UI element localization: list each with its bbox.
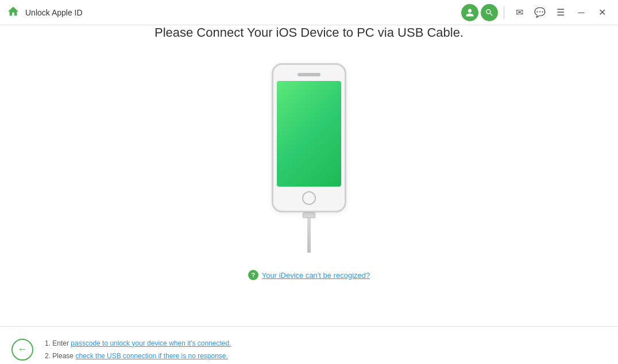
phone-home-button [302,191,316,205]
close-icon[interactable]: ✕ [593,3,611,22]
hint-2-link[interactable]: check the USB connection if there is no … [75,352,227,360]
back-button[interactable]: ← [11,339,33,361]
hint-2: 2. Please check the USB connection if th… [45,351,231,361]
hints-container: 1. Enter passcode to unlock your device … [45,338,231,361]
search-avatar-icon[interactable] [481,4,498,21]
mail-icon[interactable]: ✉ [510,3,528,22]
hint-1-link[interactable]: passcode to unlock your device when it's… [71,339,231,347]
minimize-icon[interactable]: ─ [572,3,590,22]
app-title: Unlock Apple ID [25,8,83,17]
connect-title: Please Connect Your iOS Device to PC via… [154,25,464,40]
main-content: Please Connect Your iOS Device to PC via… [0,25,618,326]
divider [504,6,504,19]
phone-screen [277,81,341,187]
home-icon[interactable] [7,5,20,20]
question-icon: ? [248,270,258,280]
chat-icon[interactable]: 💬 [531,3,549,22]
hint-1: 1. Enter passcode to unlock your device … [45,338,231,348]
phone-illustration [272,63,346,253]
phone-device [272,63,346,212]
cable-line [307,218,311,253]
usb-cable [303,212,315,253]
menu-icon[interactable]: ☰ [551,3,570,22]
titlebar: Unlock Apple ID ✉ 💬 ☰ ─ ✕ [0,0,618,25]
cable-connector [303,212,315,218]
help-link[interactable]: Your iDevice can't be recogized? [262,271,370,280]
bottom-bar: ← 1. Enter passcode to unlock your devic… [0,326,618,364]
help-section: ? Your iDevice can't be recogized? [248,270,370,280]
user-avatar-icon[interactable] [461,4,478,21]
titlebar-controls: ✉ 💬 ☰ ─ ✕ [461,3,611,22]
titlebar-left: Unlock Apple ID [7,5,461,20]
phone-notch [298,73,320,76]
